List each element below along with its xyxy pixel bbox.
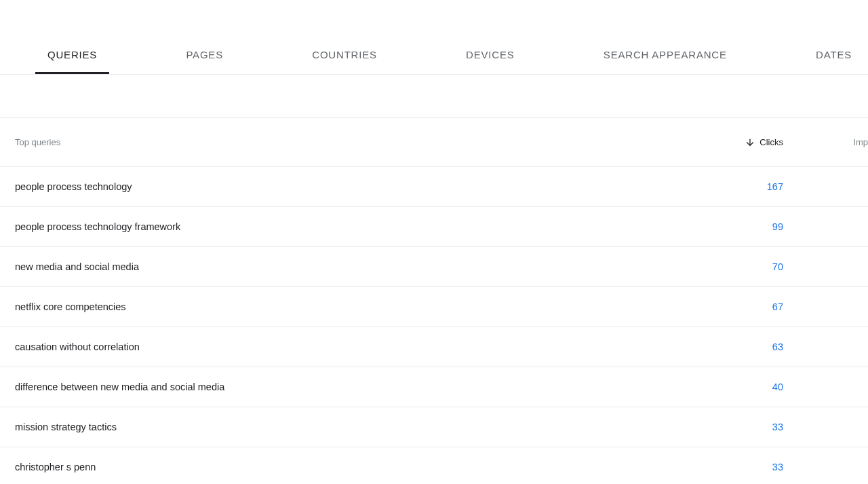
sort-descending-icon [745, 137, 755, 148]
table-row[interactable]: christopher s penn33 [0, 447, 868, 484]
clicks-cell[interactable]: 99 [719, 221, 783, 232]
query-cell: people process technology [0, 181, 719, 192]
query-cell: netflix core competencies [0, 301, 719, 312]
tab-devices[interactable]: DEVICES [450, 49, 530, 74]
clicks-cell[interactable]: 67 [719, 301, 783, 312]
query-cell: causation without correlation [0, 341, 719, 352]
table-row[interactable]: difference between new media and social … [0, 367, 868, 407]
table-row[interactable]: new media and social media70 [0, 247, 868, 287]
query-cell: christopher s penn [0, 462, 719, 472]
table-row[interactable]: mission strategy tactics33 [0, 407, 868, 447]
spacer [0, 75, 868, 118]
clicks-cell[interactable]: 70 [719, 261, 783, 272]
tabs-bar: QUERIES PAGES COUNTRIES DEVICES SEARCH A… [0, 0, 868, 75]
table-body: people process technology167people proce… [0, 167, 868, 484]
tab-queries[interactable]: QUERIES [31, 49, 113, 74]
query-cell: new media and social media [0, 261, 719, 272]
query-cell: people process technology framework [0, 221, 719, 232]
clicks-cell[interactable]: 167 [719, 181, 783, 192]
table-header-row: Top queries Clicks Imp [0, 118, 868, 167]
query-cell: difference between new media and social … [0, 381, 719, 392]
table-row[interactable]: people process technology167 [0, 167, 868, 207]
clicks-cell[interactable]: 63 [719, 341, 783, 352]
column-header-clicks[interactable]: Clicks [719, 137, 783, 148]
tab-countries[interactable]: COUNTRIES [296, 49, 393, 74]
tab-dates[interactable]: DATES [800, 49, 868, 74]
column-header-queries[interactable]: Top queries [0, 137, 719, 147]
column-header-impressions[interactable]: Imp [783, 137, 868, 147]
table-row[interactable]: netflix core competencies67 [0, 287, 868, 327]
clicks-cell[interactable]: 33 [719, 422, 783, 432]
tab-search-appearance[interactable]: SEARCH APPEARANCE [587, 49, 743, 74]
table-row[interactable]: causation without correlation63 [0, 327, 868, 367]
query-cell: mission strategy tactics [0, 422, 719, 432]
clicks-cell[interactable]: 40 [719, 381, 783, 392]
tab-pages[interactable]: PAGES [170, 49, 239, 74]
clicks-label: Clicks [760, 137, 783, 147]
clicks-cell[interactable]: 33 [719, 462, 783, 472]
table-row[interactable]: people process technology framework99 [0, 207, 868, 247]
